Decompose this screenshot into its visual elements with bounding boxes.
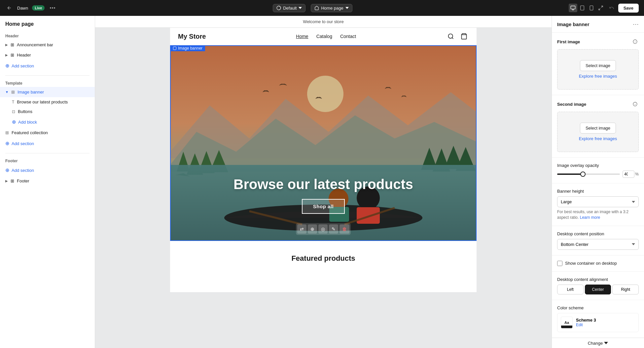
footer-group: Footer ⊕ Add section ▶ ⊞ Footer	[0, 155, 95, 189]
banner-tool-duplicate[interactable]: ⊕	[308, 224, 317, 234]
color-scheme-row[interactable]: Aa Scheme 3 Edit	[557, 313, 639, 332]
content-alignment-label: Desktop content alignment	[557, 277, 639, 282]
content-position-select[interactable]: Top Left Top Center Top Right Middle Lef…	[557, 239, 639, 250]
banner-tool-move[interactable]: ⇄	[297, 224, 306, 234]
select-second-image-button[interactable]: Select image	[580, 123, 616, 134]
mobile-view-button[interactable]	[587, 4, 596, 12]
nav-link-contact[interactable]: Contact	[340, 34, 356, 39]
text-icon: T	[12, 100, 14, 104]
canvas-area: Welcome to our store My Store Home Catal…	[95, 16, 552, 348]
sidebar-item-image-banner[interactable]: ▼ ⊞ Image banner	[0, 87, 95, 97]
svg-point-15	[307, 76, 343, 112]
banner-height-section: Banner height Small Medium Large Adapt t…	[552, 183, 644, 226]
plus-icon: ⊕	[5, 63, 10, 69]
store-logo: My Store	[178, 33, 206, 40]
align-right-button[interactable]: Right	[612, 285, 639, 294]
first-image-title: First image	[557, 38, 639, 45]
topbar: Dawn Live Default Home page	[0, 0, 644, 16]
back-button[interactable]	[5, 4, 13, 12]
page-selector[interactable]: Home page	[311, 4, 352, 12]
template-section-label: Template	[0, 80, 95, 87]
banner-height-select[interactable]: Small Medium Large Adapt to first image	[557, 196, 639, 207]
sidebar-sub-item-buttons[interactable]: ⊡ Buttons	[0, 107, 95, 116]
panel-menu-button[interactable]: ⋯	[633, 20, 639, 28]
first-image-info-button[interactable]	[631, 38, 639, 45]
chevron-right-icon-2: ▶	[5, 53, 8, 57]
shop-all-button[interactable]: Shop all	[302, 199, 345, 214]
save-button[interactable]: Save	[618, 4, 639, 13]
explore-second-images-link[interactable]: Explore free images	[579, 136, 617, 141]
page-label: Home page	[321, 6, 343, 11]
scheme-edit-link[interactable]: Edit	[576, 323, 635, 327]
explore-first-images-link[interactable]: Explore free images	[579, 74, 617, 79]
align-left-button[interactable]: Left	[557, 285, 584, 294]
second-image-title: Second image	[557, 100, 639, 108]
more-options-button[interactable]	[49, 6, 56, 10]
footer-add-section-button[interactable]: ⊕ Add section	[0, 165, 95, 176]
content-position-label: Desktop content position	[557, 231, 639, 236]
content-position-section: Desktop content position Top Left Top Ce…	[552, 226, 644, 255]
banner-wrapper[interactable]: Image banner	[170, 45, 477, 241]
store-preview: My Store Home Catalog Contact	[170, 28, 477, 292]
banner-tool-hide[interactable]: ◎	[318, 224, 328, 234]
sidebar-label-header: Header	[17, 53, 31, 58]
separator-1	[5, 75, 89, 76]
right-panel: Image banner ⋯ First image Select image …	[552, 16, 644, 348]
chevron-right-icon-3: ▶	[5, 179, 8, 183]
tablet-view-button[interactable]	[578, 4, 587, 12]
sidebar-title: Home page	[0, 16, 95, 30]
content-alignment-section: Desktop content alignment Left Center Ri…	[552, 272, 644, 300]
sidebar-item-announcement-bar[interactable]: ▶ ⊞ Announcement bar	[0, 40, 95, 50]
show-container-section: Show container on desktop	[552, 255, 644, 272]
sidebar-item-featured-collection[interactable]: ⊞ Featured collection	[0, 128, 95, 138]
featured-section: Featured products	[170, 241, 477, 277]
undo-button[interactable]	[608, 4, 616, 12]
add-block-button[interactable]: ⊕ Add block	[0, 116, 95, 128]
banner-tool-settings[interactable]: ✎	[329, 224, 338, 234]
overlay-value-input[interactable]: 40	[623, 171, 634, 178]
overlay-section: Image overlay opacity 40 %	[552, 158, 644, 183]
nav-link-catalog[interactable]: Catalog	[316, 34, 332, 39]
align-center-button[interactable]: Center	[585, 285, 611, 294]
theme-selector[interactable]: Default	[273, 4, 305, 12]
template-add-section-button[interactable]: ⊕ Add section	[0, 138, 95, 149]
alignment-buttons: Left Center Right	[557, 285, 639, 294]
show-container-row: Show container on desktop	[557, 261, 639, 266]
search-nav-button[interactable]	[446, 32, 455, 41]
scheme-name: Scheme 3	[576, 318, 635, 323]
live-badge: Live	[32, 5, 45, 11]
sidebar-item-header[interactable]: ▶ ⊞ Header	[0, 50, 95, 60]
banner-tool-delete[interactable]: 🗑	[340, 224, 349, 234]
learn-more-link[interactable]: Learn more	[580, 215, 600, 220]
select-first-image-button[interactable]: Select image	[580, 60, 616, 71]
cart-nav-button[interactable]	[459, 32, 469, 41]
show-container-checkbox[interactable]	[557, 261, 562, 266]
second-image-section: Second image Select image Explore free i…	[552, 95, 644, 158]
header-group: Header ▶ ⊞ Announcement bar ▶ ⊞ Header ⊕…	[0, 30, 95, 74]
svg-line-10	[599, 8, 600, 10]
header-add-section-button[interactable]: ⊕ Add section	[0, 60, 95, 71]
header-add-section-label: Add section	[12, 63, 34, 68]
slider-value-display: 40 %	[623, 171, 639, 178]
slider-row: 40 %	[557, 171, 639, 178]
sidebar-sub-item-browse-text[interactable]: T Browse our latest products	[0, 97, 95, 107]
featured-icon: ⊞	[5, 130, 9, 135]
sidebar-icon-header: ⊞	[11, 53, 14, 58]
add-block-label: Add block	[18, 120, 37, 125]
second-image-placeholder: Select image Explore free images	[557, 112, 639, 152]
change-button[interactable]: Change	[552, 338, 644, 348]
second-image-info-button[interactable]	[631, 100, 639, 108]
banner-toolbar: ⇄ ⊕ ◎ ✎ 🗑	[296, 223, 351, 235]
svg-rect-5	[580, 6, 584, 10]
show-container-label[interactable]: Show container on desktop	[565, 261, 617, 266]
sidebar: Home page Header ▶ ⊞ Announcement bar ▶ …	[0, 16, 95, 348]
sidebar-label-footer: Footer	[17, 178, 29, 183]
nav-link-home[interactable]: Home	[296, 34, 308, 39]
desktop-view-button[interactable]	[569, 4, 577, 12]
plus-icon-3: ⊕	[5, 140, 10, 146]
template-add-section-label: Add section	[12, 141, 34, 146]
sidebar-item-footer[interactable]: ▶ ⊞ Footer	[0, 176, 95, 186]
fullscreen-view-button[interactable]	[596, 4, 605, 12]
template-group: Template ▼ ⊞ Image banner T Browse our l…	[0, 77, 95, 152]
overlay-slider[interactable]	[557, 174, 620, 175]
